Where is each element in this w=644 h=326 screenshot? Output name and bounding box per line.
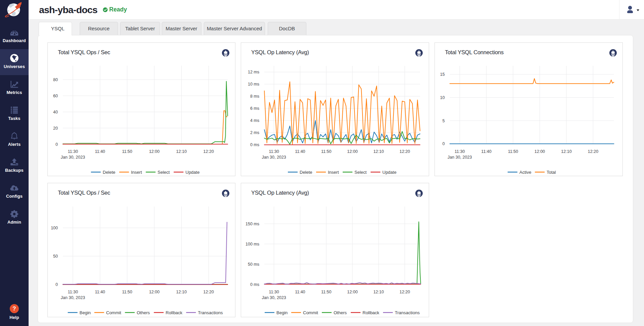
svg-text:50 ms: 50 ms bbox=[248, 262, 259, 267]
svg-text:5: 5 bbox=[442, 119, 445, 123]
svg-text:Update: Update bbox=[186, 170, 200, 175]
svg-text:Insert: Insert bbox=[328, 170, 339, 175]
svg-text:Delete: Delete bbox=[300, 170, 312, 175]
svg-text:11:50: 11:50 bbox=[122, 290, 132, 294]
svg-text:11:40: 11:40 bbox=[295, 290, 305, 294]
svg-text:Total YSQL Ops / Sec: Total YSQL Ops / Sec bbox=[58, 190, 110, 196]
svg-text:12:00: 12:00 bbox=[534, 149, 545, 154]
svg-text:Rollback: Rollback bbox=[363, 310, 379, 315]
svg-text:12:20: 12:20 bbox=[588, 149, 598, 154]
svg-text:12:10: 12:10 bbox=[373, 290, 384, 294]
svg-text:Update: Update bbox=[382, 170, 396, 175]
svg-text:Others: Others bbox=[334, 310, 347, 315]
svg-text:60: 60 bbox=[53, 94, 58, 98]
svg-text:10: 10 bbox=[440, 95, 445, 100]
svg-text:Transactions: Transactions bbox=[198, 310, 223, 315]
svg-text:0 ms: 0 ms bbox=[250, 142, 259, 147]
svg-text:12:20: 12:20 bbox=[400, 290, 410, 294]
svg-text:Select: Select bbox=[158, 170, 170, 175]
svg-text:YSQL Op Latency (Avg): YSQL Op Latency (Avg) bbox=[251, 49, 309, 55]
svg-text:11:30: 11:30 bbox=[68, 290, 78, 294]
svg-text:Begin: Begin bbox=[80, 310, 91, 315]
svg-text:11:30: 11:30 bbox=[68, 149, 78, 154]
svg-text:Jan 30, 2023: Jan 30, 2023 bbox=[61, 295, 85, 300]
svg-text:11:40: 11:40 bbox=[95, 290, 105, 294]
svg-text:11:40: 11:40 bbox=[295, 149, 305, 154]
svg-text:100: 100 bbox=[51, 226, 58, 230]
svg-text:6 ms: 6 ms bbox=[250, 106, 259, 111]
svg-text:11:50: 11:50 bbox=[321, 149, 331, 154]
svg-text:12 ms: 12 ms bbox=[248, 70, 259, 74]
svg-text:0: 0 bbox=[442, 141, 445, 146]
svg-text:12:00: 12:00 bbox=[149, 290, 159, 294]
svg-text:11:50: 11:50 bbox=[508, 149, 518, 154]
svg-text:12:00: 12:00 bbox=[347, 149, 357, 154]
svg-text:Jan 30, 2023: Jan 30, 2023 bbox=[61, 155, 85, 160]
svg-text:Total YSQL Ops / Sec: Total YSQL Ops / Sec bbox=[58, 49, 110, 55]
svg-text:Delete: Delete bbox=[103, 170, 116, 175]
svg-text:Jan 30, 2023: Jan 30, 2023 bbox=[262, 295, 286, 300]
svg-text:Begin: Begin bbox=[276, 310, 288, 315]
svg-text:4 ms: 4 ms bbox=[250, 118, 259, 123]
svg-text:12:20: 12:20 bbox=[203, 290, 214, 294]
svg-text:0: 0 bbox=[55, 142, 58, 147]
svg-text:11:30: 11:30 bbox=[454, 149, 464, 154]
svg-text:11:30: 11:30 bbox=[269, 149, 279, 154]
svg-text:12:20: 12:20 bbox=[203, 149, 214, 154]
svg-text:Transactions: Transactions bbox=[395, 310, 420, 315]
svg-text:YSQL Op Latency (Avg): YSQL Op Latency (Avg) bbox=[251, 190, 309, 196]
svg-text:Commit: Commit bbox=[106, 310, 121, 315]
svg-text:Jan 30, 2023: Jan 30, 2023 bbox=[447, 155, 471, 160]
svg-text:Others: Others bbox=[137, 310, 150, 315]
svg-text:12:10: 12:10 bbox=[373, 149, 384, 154]
svg-text:12:10: 12:10 bbox=[176, 149, 187, 154]
svg-text:11:50: 11:50 bbox=[321, 290, 331, 294]
svg-text:12:20: 12:20 bbox=[400, 149, 410, 154]
svg-text:8 ms: 8 ms bbox=[250, 94, 259, 99]
svg-text:50: 50 bbox=[53, 254, 58, 259]
svg-text:11:40: 11:40 bbox=[481, 149, 491, 154]
svg-text:11:30: 11:30 bbox=[269, 290, 279, 294]
svg-text:12:00: 12:00 bbox=[347, 290, 357, 294]
svg-text:12:10: 12:10 bbox=[561, 149, 571, 154]
svg-text:11:50: 11:50 bbox=[122, 149, 132, 154]
svg-text:150 ms: 150 ms bbox=[245, 222, 259, 226]
svg-text:Commit: Commit bbox=[303, 310, 318, 315]
svg-text:Active: Active bbox=[519, 170, 531, 175]
svg-text:Select: Select bbox=[354, 170, 367, 175]
svg-text:10 ms: 10 ms bbox=[248, 82, 259, 87]
svg-text:Total YSQL Connections: Total YSQL Connections bbox=[445, 49, 503, 55]
svg-text:0: 0 bbox=[55, 282, 58, 287]
svg-text:Rollback: Rollback bbox=[166, 310, 183, 315]
svg-text:20: 20 bbox=[53, 126, 58, 131]
svg-text:Insert: Insert bbox=[131, 170, 142, 175]
svg-text:12:10: 12:10 bbox=[176, 290, 187, 294]
svg-text:Jan 30, 2023: Jan 30, 2023 bbox=[262, 155, 286, 160]
svg-text:12:00: 12:00 bbox=[149, 149, 159, 154]
svg-text:0 ms: 0 ms bbox=[250, 282, 259, 287]
svg-text:15: 15 bbox=[440, 72, 445, 77]
svg-text:11:40: 11:40 bbox=[95, 149, 105, 154]
svg-text:40: 40 bbox=[53, 110, 58, 115]
svg-text:80: 80 bbox=[53, 77, 58, 82]
svg-text:Total: Total bbox=[546, 170, 556, 175]
svg-text:2 ms: 2 ms bbox=[250, 130, 259, 135]
svg-text:100 ms: 100 ms bbox=[245, 242, 259, 247]
